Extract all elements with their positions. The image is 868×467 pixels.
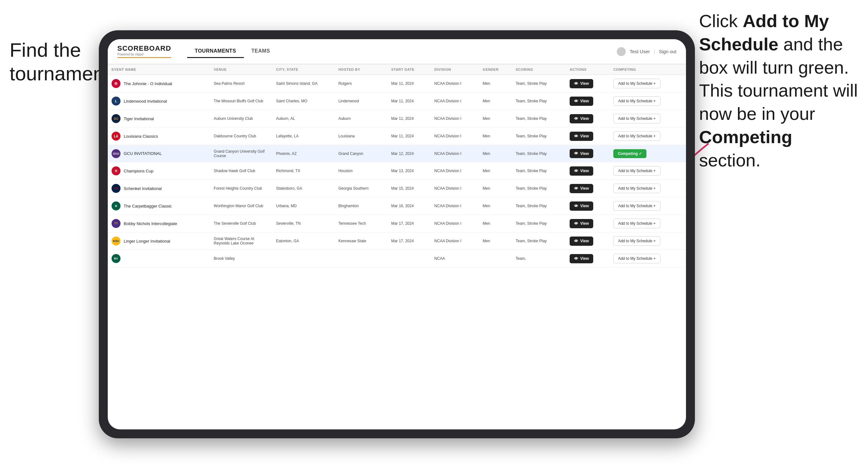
hosted-by-cell-8: Tennessee Tech: [334, 215, 387, 232]
tab-teams[interactable]: TEAMS: [244, 45, 278, 58]
eye-icon-8: 👁: [574, 221, 578, 226]
city-cell-3: Lafayette, LA: [272, 127, 334, 145]
start-date-cell-9: Mar 17, 2024: [387, 232, 430, 250]
gender-cell-3: Men: [479, 127, 512, 145]
actions-cell-0: 👁 View: [566, 75, 610, 92]
user-avatar: [617, 47, 626, 56]
start-date-cell-7: Mar 16, 2024: [387, 197, 430, 215]
eye-icon-4: 👁: [574, 151, 578, 156]
actions-cell-7: 👁 View: [566, 197, 610, 215]
city-cell-4: Phoenix, AZ: [272, 145, 334, 162]
gender-cell-5: Men: [479, 162, 512, 180]
gender-cell-8: Men: [479, 215, 512, 232]
gender-cell-2: Men: [479, 110, 512, 127]
competing-button-4[interactable]: Competing ✓: [613, 149, 647, 158]
tab-tournaments[interactable]: TOURNAMENTS: [187, 45, 244, 58]
view-button-7[interactable]: 👁 View: [570, 201, 593, 211]
app-header: SCOREBOARD Powered by clippd TOURNAMENTS…: [108, 39, 686, 64]
event-name-cell-1: L Lindenwood Invitational: [108, 92, 210, 110]
gender-cell-10: [479, 250, 512, 268]
annotation-right: Click Add to My Schedule and the box wil…: [699, 9, 859, 172]
view-button-2[interactable]: 👁 View: [570, 114, 593, 123]
actions-cell-1: 👁 View: [566, 92, 610, 110]
annotation-left-line1: Find the: [9, 39, 81, 61]
city-cell-5: Richmond, TX: [272, 162, 334, 180]
event-name-7: The Carpetbagger Classic: [124, 204, 172, 209]
view-button-1[interactable]: 👁 View: [570, 97, 593, 106]
start-date-cell-5: Mar 13, 2024: [387, 162, 430, 180]
competing-cell-8: Add to My Schedule +: [610, 215, 686, 232]
competing-cell-2: Add to My Schedule +: [610, 110, 686, 127]
add-schedule-button-2[interactable]: Add to My Schedule +: [613, 114, 660, 123]
add-schedule-button-1[interactable]: Add to My Schedule +: [613, 96, 660, 106]
competing-cell-4: Competing ✓: [610, 145, 686, 162]
division-cell-7: NCAA Division I: [431, 197, 479, 215]
start-date-cell-1: Mar 11, 2024: [387, 92, 430, 110]
venue-cell-0: Sea Palms Resort: [210, 75, 272, 92]
view-button-4[interactable]: 👁 View: [570, 149, 593, 158]
hosted-by-cell-2: Auburn: [334, 110, 387, 127]
actions-cell-10: 👁 View: [566, 250, 610, 268]
start-date-cell-6: Mar 15, 2024: [387, 180, 430, 197]
view-button-0[interactable]: 👁 View: [570, 79, 593, 88]
team-logo-4: GCU: [112, 149, 121, 158]
event-name-cell-0: R The Johnnie - O Individual: [108, 75, 210, 92]
scoring-cell-7: Team, Stroke Play: [512, 197, 566, 215]
tablet-device: SCOREBOARD Powered by clippd TOURNAMENTS…: [99, 30, 695, 438]
table-row: L Lindenwood Invitational The Missouri B…: [108, 92, 686, 110]
eye-icon-3: 👁: [574, 134, 578, 139]
table-container: EVENT NAME VENUE CITY, STATE HOSTED BY S…: [108, 64, 686, 429]
scoring-cell-6: Team, Stroke Play: [512, 180, 566, 197]
actions-cell-9: 👁 View: [566, 232, 610, 250]
add-schedule-button-10[interactable]: Add to My Schedule +: [613, 254, 660, 263]
event-name-cell-4: GCU GCU INVITATIONAL: [108, 145, 210, 162]
col-competing: COMPETING: [610, 64, 686, 75]
view-button-10[interactable]: 👁 View: [570, 254, 593, 263]
view-button-3[interactable]: 👁 View: [570, 132, 593, 141]
start-date-cell-2: Mar 11, 2024: [387, 110, 430, 127]
competing-cell-5: Add to My Schedule +: [610, 162, 686, 180]
view-button-9[interactable]: 👁 View: [570, 237, 593, 246]
city-cell-8: Sevierville, TN: [272, 215, 334, 232]
add-schedule-button-0[interactable]: Add to My Schedule +: [613, 79, 660, 88]
col-hosted-by: HOSTED BY: [334, 64, 387, 75]
division-cell-0: NCAA Division I: [431, 75, 479, 92]
col-venue: VENUE: [210, 64, 272, 75]
team-logo-5: H: [112, 166, 121, 175]
gender-cell-1: Men: [479, 92, 512, 110]
city-cell-2: Auburn, AL: [272, 110, 334, 127]
venue-cell-10: Brook Valley: [210, 250, 272, 268]
col-gender: GENDER: [479, 64, 512, 75]
venue-cell-6: Forest Heights Country Club: [210, 180, 272, 197]
eye-icon-5: 👁: [574, 168, 578, 174]
actions-cell-8: 👁 View: [566, 215, 610, 232]
event-name-1: Lindenwood Invitational: [124, 99, 167, 103]
sign-out-link[interactable]: Sign out: [659, 49, 676, 54]
competing-cell-0: Add to My Schedule +: [610, 75, 686, 92]
event-name-cell-2: AU Tiger Invitational: [108, 110, 210, 127]
view-button-8[interactable]: 👁 View: [570, 219, 593, 228]
view-button-5[interactable]: 👁 View: [570, 166, 593, 176]
start-date-cell-10: [387, 250, 430, 268]
competing-cell-6: Add to My Schedule +: [610, 180, 686, 197]
division-cell-2: NCAA Division I: [431, 110, 479, 127]
add-schedule-button-5[interactable]: Add to My Schedule +: [613, 166, 660, 176]
eye-icon-0: 👁: [574, 81, 578, 86]
add-schedule-button-3[interactable]: Add to My Schedule +: [613, 131, 660, 141]
table-row: GS Schenkel Invitational Forest Heights …: [108, 180, 686, 197]
add-schedule-button-8[interactable]: Add to My Schedule +: [613, 219, 660, 228]
col-city-state: CITY, STATE: [272, 64, 334, 75]
venue-cell-8: The Sevierville Golf Club: [210, 215, 272, 232]
add-schedule-button-7[interactable]: Add to My Schedule +: [613, 201, 660, 211]
eye-icon-10: 👁: [574, 256, 578, 261]
venue-cell-4: Grand Canyon University Golf Course: [210, 145, 272, 162]
scoring-cell-1: Team, Stroke Play: [512, 92, 566, 110]
view-button-6[interactable]: 👁 View: [570, 184, 593, 193]
event-name-2: Tiger Invitational: [124, 116, 154, 121]
gender-cell-7: Men: [479, 197, 512, 215]
table-row: AU Tiger Invitational Auburn University …: [108, 110, 686, 127]
event-name-0: The Johnnie - O Individual: [124, 81, 172, 86]
add-schedule-button-6[interactable]: Add to My Schedule +: [613, 184, 660, 193]
table-header-row: EVENT NAME VENUE CITY, STATE HOSTED BY S…: [108, 64, 686, 75]
add-schedule-button-9[interactable]: Add to My Schedule +: [613, 236, 660, 246]
